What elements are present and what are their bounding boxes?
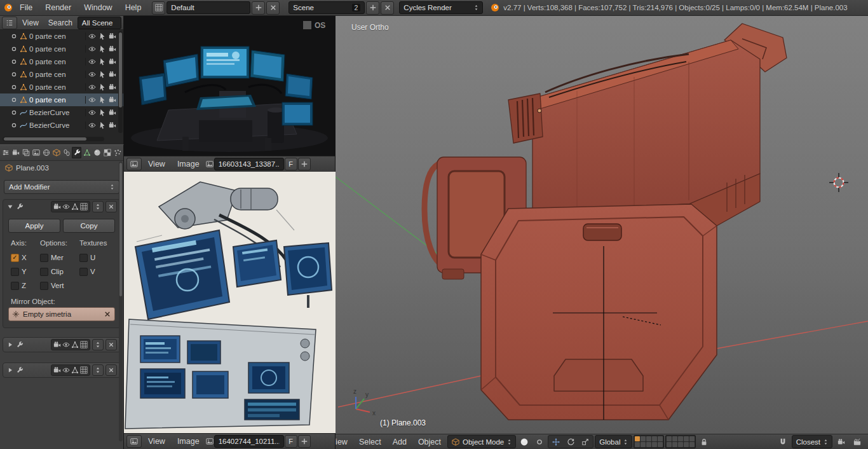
scrollbar-thumb[interactable]: [119, 32, 122, 107]
realtime-toggle-icon[interactable]: [62, 366, 70, 374]
layers-widget-right[interactable]: [665, 435, 696, 448]
scrollbar-thumb[interactable]: [119, 163, 122, 296]
cursor-3d[interactable]: [829, 173, 848, 192]
tab-modifiers[interactable]: [72, 147, 81, 158]
render-visibility-icon[interactable]: [109, 96, 116, 104]
viewport-menu-select[interactable]: Select: [354, 434, 386, 449]
tab-scene[interactable]: [32, 147, 41, 158]
render-visibility-icon[interactable]: [109, 32, 116, 40]
selectable-icon[interactable]: [98, 71, 106, 78]
screen-layout-browse-button[interactable]: [152, 1, 165, 15]
selectable-icon[interactable]: [98, 83, 106, 91]
editmode-toggle-icon[interactable]: [71, 366, 79, 374]
outliner-item[interactable]: 0 parte cen: [0, 55, 123, 68]
modifier-move-updown-button[interactable]: [92, 364, 104, 376]
tab-constraints[interactable]: [62, 147, 72, 158]
fake-user-button[interactable]: F: [285, 158, 297, 170]
viewport-shading-dropdown[interactable]: [517, 436, 531, 448]
render-visibility-icon[interactable]: [109, 109, 116, 116]
render-toggle-icon[interactable]: [53, 203, 61, 211]
viewport-canvas[interactable]: x y z User Ortho (1) Plane.003: [336, 16, 868, 434]
copy-button[interactable]: Copy: [63, 219, 115, 233]
vertex-groups-checkbox[interactable]: ✓Vert: [40, 282, 79, 290]
tab-material[interactable]: [92, 147, 102, 158]
mode-dropdown[interactable]: Object Mode: [447, 435, 516, 448]
menu-file[interactable]: File: [14, 0, 38, 16]
editor-type-button[interactable]: [126, 158, 142, 170]
tab-particles[interactable]: [112, 147, 122, 158]
editmode-toggle-icon[interactable]: [71, 203, 79, 211]
blender-logo-icon[interactable]: [4, 3, 13, 12]
menu-render[interactable]: Render: [39, 0, 77, 16]
outliner-item[interactable]: BezierCurve: [0, 119, 123, 132]
image-menu-image[interactable]: Image: [172, 156, 205, 172]
scene-users-count[interactable]: 2: [352, 4, 361, 11]
snap-toggle-button[interactable]: [776, 436, 790, 448]
outliner-item[interactable]: BezierCurve: [0, 106, 123, 119]
selectable-icon[interactable]: [98, 45, 106, 53]
disclosure-closed-icon[interactable]: [6, 341, 14, 349]
add-modifier-dropdown[interactable]: Add Modifier: [4, 180, 119, 194]
hide-icon[interactable]: [88, 83, 96, 91]
snap-element-dropdown[interactable]: Closest: [792, 435, 832, 448]
selectable-icon[interactable]: [98, 121, 106, 129]
render-engine-dropdown[interactable]: Cycles Render: [399, 1, 483, 14]
tab-render-layers[interactable]: [22, 147, 31, 158]
render-visibility-icon[interactable]: [109, 58, 116, 66]
transform-orientation-dropdown[interactable]: Global: [595, 435, 632, 448]
mirror-axis-y-checkbox[interactable]: ✓Y: [11, 268, 40, 276]
realtime-toggle-icon[interactable]: [62, 203, 70, 211]
pivot-point-dropdown[interactable]: [532, 436, 546, 448]
cage-toggle-icon[interactable]: [80, 366, 88, 374]
hide-icon[interactable]: [88, 96, 96, 104]
menu-window[interactable]: Window: [78, 0, 118, 16]
tab-render[interactable]: [11, 147, 21, 158]
reference-concept-image[interactable]: [124, 172, 336, 433]
lock-to-scene-button[interactable]: [697, 436, 711, 448]
opengl-render-animation-button[interactable]: [850, 436, 864, 448]
tab-world[interactable]: [42, 147, 51, 158]
selectable-icon[interactable]: [98, 96, 106, 104]
realtime-toggle-icon[interactable]: [62, 341, 70, 349]
tab-object[interactable]: [52, 147, 62, 158]
tab-object-data[interactable]: [82, 147, 92, 158]
outliner-item-active[interactable]: 0 parte cen: [0, 93, 123, 106]
clay-model[interactable]: [424, 24, 787, 420]
viewport-menu-object[interactable]: Object: [413, 434, 446, 449]
new-image-button[interactable]: [298, 158, 311, 170]
hide-icon[interactable]: [88, 32, 96, 40]
outliner-vertical-scrollbar[interactable]: [118, 31, 123, 133]
modifier-delete-button[interactable]: [105, 364, 117, 376]
clip-checkbox[interactable]: ✓Clip: [40, 268, 79, 276]
modifier-delete-button[interactable]: [105, 201, 117, 212]
hide-icon[interactable]: [88, 109, 96, 116]
image-datablock-icon[interactable]: [206, 160, 214, 168]
editor-type-button[interactable]: [1, 147, 11, 158]
modifier-delete-button[interactable]: [105, 339, 117, 350]
outliner-horizontal-scrollbar[interactable]: [3, 137, 104, 141]
modifier-move-updown-button[interactable]: [92, 339, 104, 350]
disclosure-closed-icon[interactable]: [6, 366, 14, 374]
translate-manipulator-button[interactable]: [549, 436, 563, 448]
screen-layout-add-button[interactable]: [252, 1, 265, 15]
image-name-field[interactable]: 16603143_13387...: [214, 158, 284, 170]
image-menu-view[interactable]: View: [142, 434, 171, 449]
outliner-item[interactable]: 0 parte cen: [0, 43, 123, 55]
modifier-move-updown-button[interactable]: [92, 201, 104, 212]
cage-toggle-icon[interactable]: [80, 203, 88, 211]
editmode-toggle-icon[interactable]: [71, 341, 79, 349]
scene-delete-button[interactable]: [381, 1, 394, 15]
viewport-menu-view[interactable]: View: [336, 434, 353, 449]
render-visibility-icon[interactable]: [109, 83, 116, 91]
cage-toggle-icon[interactable]: [80, 341, 88, 349]
outliner-item[interactable]: 0 parte cen: [0, 30, 123, 43]
render-visibility-icon[interactable]: [109, 71, 116, 78]
image-name-field[interactable]: 16402744_10211...: [214, 435, 284, 448]
selectable-icon[interactable]: [98, 109, 106, 116]
scene-add-button[interactable]: [366, 1, 379, 15]
screen-layout-delete-button[interactable]: [266, 1, 280, 15]
hide-icon[interactable]: [88, 58, 96, 66]
scale-manipulator-button[interactable]: [578, 436, 592, 448]
outliner-item[interactable]: 0 parte cen: [0, 68, 123, 81]
hide-icon[interactable]: [88, 121, 96, 129]
